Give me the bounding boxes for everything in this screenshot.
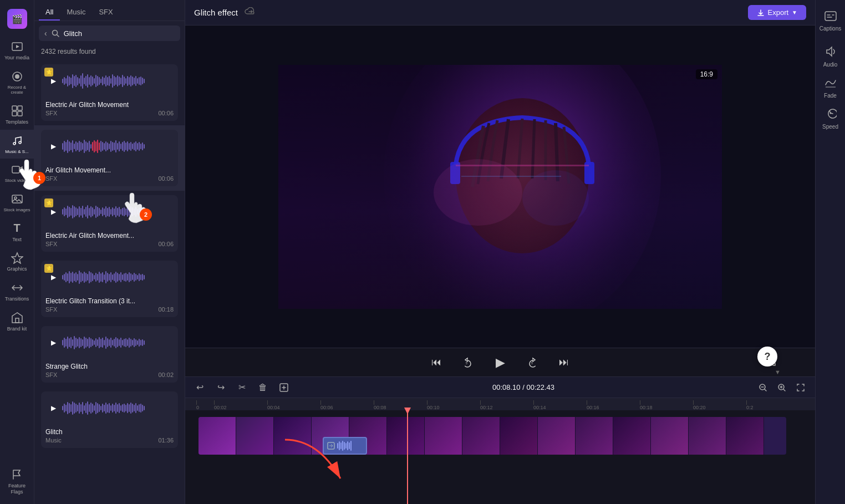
play-pause-button[interactable]: ▶ bbox=[490, 352, 511, 373]
result-info-3: Electric Air Glitch Movement... SFX 00:0… bbox=[41, 228, 178, 252]
audio-label: Audio bbox=[823, 62, 838, 68]
list-item[interactable]: ▶ Glitch Music 01:36 bbox=[34, 387, 185, 452]
svg-point-3 bbox=[15, 74, 19, 79]
result-type-4: SFX bbox=[45, 306, 57, 313]
sidebar-item-templates[interactable]: Templates bbox=[0, 100, 34, 130]
waveform-5 bbox=[62, 333, 161, 353]
search-input[interactable] bbox=[64, 29, 175, 38]
result-duration-2: 00:06 bbox=[158, 175, 174, 182]
music-sfx-label: Music & S... bbox=[5, 149, 29, 155]
svg-point-8 bbox=[13, 142, 16, 145]
result-type-6: Music bbox=[45, 437, 62, 444]
timeline-toolbar: ↩ ↪ ✂ 🗑 00:08.10 / 00:22.43 bbox=[185, 377, 815, 398]
help-button[interactable]: ? bbox=[757, 347, 777, 366]
list-item[interactable]: ⭐ ▶ Electric Air Glitch Movement SFX 00:… bbox=[34, 60, 185, 125]
result-title-3: Electric Air Glitch Movement... bbox=[45, 232, 174, 240]
templates-label: Templates bbox=[6, 119, 28, 125]
result-title-1: Electric Air Glitch Movement bbox=[45, 101, 174, 109]
list-item[interactable]: ▶ Strange Glitch SFX 00:02 bbox=[34, 322, 185, 387]
tab-all[interactable]: All bbox=[39, 4, 60, 21]
search-panel: All Music SFX ‹ 2432 results found ⭐ ▶ bbox=[34, 0, 185, 504]
sidebar-item-music-sfx[interactable]: Music & S... bbox=[0, 130, 34, 159]
fit-timeline-button[interactable] bbox=[793, 380, 808, 395]
svg-rect-6 bbox=[12, 111, 17, 116]
waveform-area-6: ▶ bbox=[41, 391, 178, 425]
waveform-6 bbox=[62, 399, 161, 418]
result-card-2: ▶ Air Glitch Movement... SFX 00:06 bbox=[41, 130, 178, 186]
timeline-cursor-head bbox=[404, 408, 411, 414]
zoom-out-button[interactable] bbox=[755, 380, 771, 395]
result-title-4: Electric Glitch Transition (3 it... bbox=[45, 297, 174, 305]
result-meta-2: SFX 00:06 bbox=[45, 175, 174, 182]
result-type-2: SFX bbox=[45, 175, 57, 182]
skip-forward-button[interactable]: ⏭ bbox=[555, 354, 573, 371]
forward-5s-button[interactable]: 5 bbox=[524, 354, 542, 371]
svg-rect-10 bbox=[12, 166, 19, 173]
swap-icon bbox=[327, 442, 335, 450]
sidebar-item-your-media[interactable]: Your media bbox=[0, 35, 34, 65]
result-title-5: Strange Glitch bbox=[45, 363, 174, 370]
feature-flags-icon bbox=[11, 468, 24, 481]
play-button-1[interactable]: ▶ bbox=[48, 75, 59, 86]
back-button[interactable]: ‹ bbox=[44, 29, 47, 38]
play-button-6[interactable]: ▶ bbox=[48, 403, 59, 414]
svg-rect-14 bbox=[16, 318, 19, 323]
stock-video-label: Stock vide... bbox=[5, 178, 29, 184]
tab-music[interactable]: Music bbox=[60, 4, 92, 21]
redo-button[interactable]: ↪ bbox=[213, 380, 228, 395]
undo-button[interactable]: ↩ bbox=[192, 380, 207, 395]
timeline-section: ↩ ↪ ✂ 🗑 00:08.10 / 00:22.43 bbox=[185, 376, 815, 504]
sidebar-item-brand-kit[interactable]: Brand kit bbox=[0, 307, 34, 337]
captions-tool[interactable]: Captions bbox=[816, 7, 846, 35]
svg-rect-32 bbox=[825, 12, 836, 21]
captions-label: Captions bbox=[819, 26, 841, 32]
sidebar-item-feature-flags[interactable]: Feature Flags bbox=[0, 464, 34, 500]
timeline-collapse-button[interactable]: ▼ bbox=[775, 369, 781, 375]
templates-icon bbox=[11, 104, 24, 118]
list-item[interactable]: ··· ▶ Air Glitch Movement... SFX 00:06 bbox=[34, 125, 185, 191]
speed-tool[interactable]: Speed bbox=[816, 104, 846, 133]
delete-button[interactable]: 🗑 bbox=[255, 380, 271, 395]
result-card-5: ▶ Strange Glitch SFX 00:02 bbox=[41, 326, 178, 383]
speed-icon bbox=[824, 108, 837, 122]
sidebar-item-text[interactable]: T Text bbox=[0, 217, 34, 247]
captions-icon bbox=[824, 11, 837, 24]
list-item[interactable]: ⭐ ▶ Electric Glitch Transition (3 it... … bbox=[34, 256, 185, 322]
svg-point-34 bbox=[829, 112, 831, 114]
search-icon bbox=[52, 29, 59, 37]
aspect-ratio-badge: 16:9 bbox=[696, 69, 717, 79]
fade-tool[interactable]: Fade bbox=[816, 73, 846, 102]
audio-icon bbox=[825, 46, 836, 60]
your-media-icon bbox=[11, 40, 24, 53]
waveform-2 bbox=[62, 137, 161, 156]
sidebar-item-record-create[interactable]: Record &create bbox=[0, 65, 34, 100]
result-type-1: SFX bbox=[45, 110, 57, 116]
play-button-2[interactable]: ▶ bbox=[48, 141, 59, 152]
video-clip-main[interactable] bbox=[198, 417, 786, 455]
skip-back-button[interactable]: ⏮ bbox=[427, 354, 445, 371]
sidebar-item-graphics[interactable]: Graphics bbox=[0, 247, 34, 277]
play-button-4[interactable]: ▶ bbox=[48, 272, 59, 283]
sidebar-item-stock-images[interactable]: Stock images bbox=[0, 188, 34, 217]
cut-button[interactable]: ✂ bbox=[234, 380, 250, 395]
zoom-in-button[interactable] bbox=[774, 380, 790, 395]
stock-images-icon bbox=[11, 192, 24, 206]
svg-rect-4 bbox=[12, 106, 17, 110]
svg-marker-1 bbox=[16, 45, 19, 48]
waveform-area-1: ▶ bbox=[41, 64, 178, 98]
export-button[interactable]: Export ▼ bbox=[748, 5, 806, 20]
tab-sfx[interactable]: SFX bbox=[92, 4, 119, 21]
waveform-4 bbox=[62, 268, 161, 287]
list-item[interactable]: ⭐ ▶ Electric Air Glitch Movement... SFX … bbox=[34, 191, 185, 256]
play-button-3[interactable]: ▶ bbox=[48, 206, 59, 217]
rewind-5s-button[interactable]: 5 bbox=[459, 354, 476, 371]
add-media-button[interactable] bbox=[276, 380, 292, 395]
waveform-area-5: ▶ bbox=[41, 326, 178, 359]
play-button-5[interactable]: ▶ bbox=[48, 337, 59, 348]
sidebar-item-transitions[interactable]: Transitions bbox=[0, 277, 34, 307]
timeline-ruler: 0 00:02 00:04 bbox=[185, 398, 815, 410]
sfx-clip-overlay[interactable] bbox=[323, 437, 367, 455]
audio-tool[interactable]: Audio bbox=[816, 42, 846, 71]
timeline-body[interactable]: 0 00:02 00:04 bbox=[185, 398, 815, 504]
sidebar-item-stock-video[interactable]: Stock vide... bbox=[0, 159, 34, 188]
